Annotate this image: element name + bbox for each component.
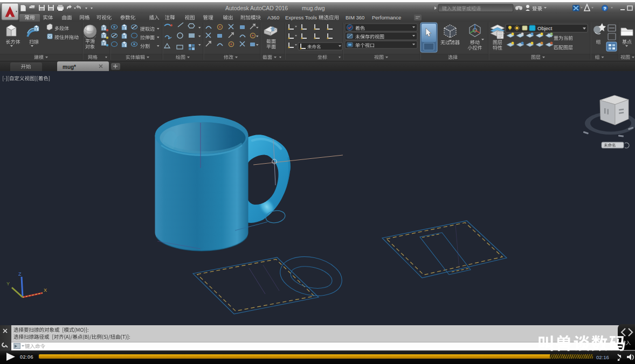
svg-text:Performance: Performance [372, 15, 401, 20]
svg-text:02:06: 02:06 [20, 354, 33, 360]
svg-text:02:16: 02:16 [596, 354, 609, 360]
svg-text:mug*: mug* [63, 64, 76, 70]
svg-text:A360: A360 [267, 15, 279, 20]
svg-text:BIM 360: BIM 360 [346, 15, 364, 20]
svg-text:Autodesk AutoCAD 2016: Autodesk AutoCAD 2016 [225, 5, 288, 11]
svg-text:Object: Object [537, 25, 553, 31]
svg-text:mug.dwg: mug.dwg [302, 5, 325, 11]
svg-text:Express Tools: Express Tools [285, 15, 317, 20]
